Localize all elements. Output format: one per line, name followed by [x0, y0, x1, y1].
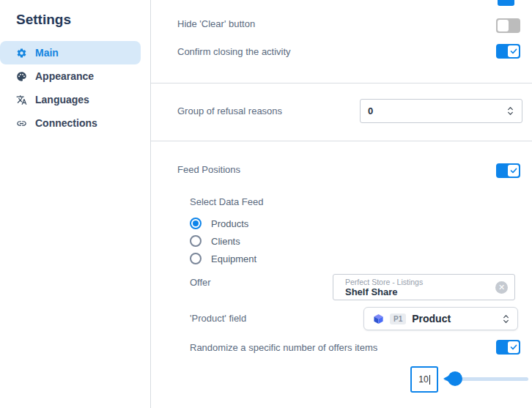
offer-value: Shelf Share — [345, 286, 492, 297]
select-data-feed-label: Select Data Feed — [190, 196, 263, 207]
sidebar-menu: Main Appearance Languages Connections — [0, 41, 150, 135]
partial-toggle-fragment — [498, 0, 514, 6]
sidebar-item-label: Languages — [35, 94, 89, 105]
settings-content: Hide 'Clear' button Confirm closing the … — [150, 0, 532, 408]
stepper-icon[interactable] — [506, 105, 514, 116]
slider-thumb[interactable] — [448, 371, 462, 386]
radio-icon — [190, 218, 202, 229]
offer-category: Perfect Store - Listings — [345, 278, 492, 286]
sidebar-item-connections[interactable]: Connections — [0, 111, 141, 135]
palette-icon — [16, 71, 27, 82]
refusal-reasons-label: Group of refusal reasons — [177, 105, 282, 116]
radio-clients[interactable]: Clients — [190, 235, 240, 247]
randomize-label: Randomize a specific number of offers it… — [190, 342, 377, 353]
sidebar-item-label: Appearance — [35, 70, 94, 82]
refusal-reasons-input[interactable]: 0 — [360, 99, 522, 123]
gear-icon — [16, 48, 27, 59]
section-divider — [151, 83, 532, 84]
stepper-icon[interactable] — [502, 314, 510, 324]
toggle-thumb — [508, 45, 519, 57]
product-field-value: Product — [412, 313, 451, 324]
feed-positions-label: Feed Positions — [177, 164, 240, 175]
radio-label: Products — [211, 218, 248, 229]
randomize-toggle[interactable] — [496, 340, 520, 355]
radio-icon — [190, 235, 202, 247]
sidebar-item-label: Connections — [35, 117, 97, 129]
cube-icon — [373, 314, 384, 324]
page-title: Settings — [16, 12, 71, 28]
randomize-count-value: 10 — [418, 374, 428, 385]
toggle-thumb — [508, 165, 519, 177]
feed-positions-toggle[interactable] — [496, 163, 520, 178]
check-icon — [510, 167, 517, 174]
check-icon — [510, 344, 517, 351]
sidebar-item-label: Main — [35, 47, 59, 59]
link-icon — [16, 118, 27, 129]
circle-x-icon[interactable]: ✕ — [495, 281, 508, 294]
radio-equipment[interactable]: Equipment — [190, 253, 256, 264]
check-icon — [510, 48, 517, 55]
radio-products[interactable]: Products — [190, 218, 248, 229]
sidebar-item-languages[interactable]: Languages — [0, 88, 141, 111]
offer-label: Offer — [190, 277, 211, 288]
randomize-count-input[interactable]: 10 — [410, 366, 438, 393]
randomize-count-slider[interactable] — [443, 371, 531, 387]
translate-icon — [16, 94, 27, 105]
hide-clear-label: Hide 'Clear' button — [177, 18, 255, 29]
radio-label: Clients — [211, 236, 240, 247]
confirm-closing-toggle[interactable] — [496, 44, 520, 59]
text-cursor — [429, 375, 430, 385]
toggle-thumb — [508, 341, 519, 353]
section-divider — [151, 141, 532, 141]
refusal-reasons-value: 0 — [368, 105, 373, 116]
product-field-select[interactable]: P1 Product — [363, 307, 518, 330]
radio-icon — [190, 253, 202, 264]
radio-label: Equipment — [211, 253, 256, 264]
toggle-thumb — [498, 20, 509, 31]
settings-window: Settings Main Appearance Languages — [0, 0, 532, 408]
field-badge: P1 — [390, 314, 406, 324]
product-field-label: 'Product' field — [190, 313, 246, 324]
sidebar-item-main[interactable]: Main — [0, 41, 141, 64]
confirm-closing-label: Confirm closing the activity — [177, 46, 291, 57]
sidebar-item-appearance[interactable]: Appearance — [0, 64, 141, 88]
hide-clear-toggle[interactable] — [496, 18, 520, 33]
sidebar: Settings Main Appearance Languages — [0, 0, 150, 408]
offer-select[interactable]: Perfect Store - Listings Shelf Share ✕ — [333, 274, 515, 300]
